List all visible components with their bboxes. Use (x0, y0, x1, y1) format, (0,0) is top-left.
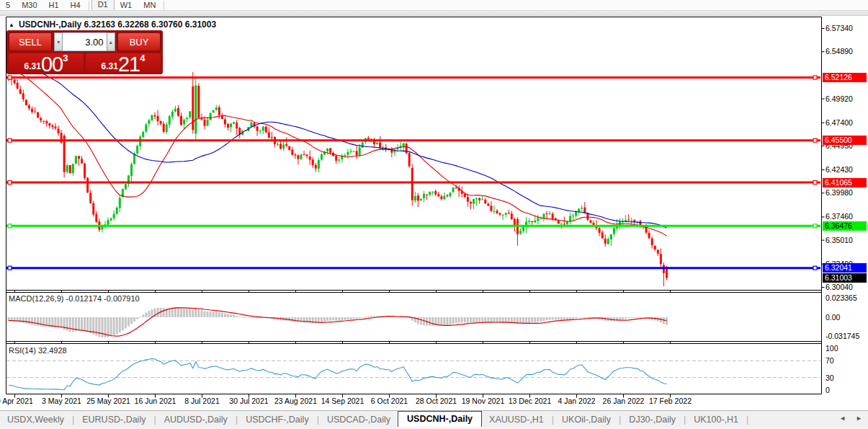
buy-price-button[interactable]: 6.31214 (86, 53, 161, 74)
level-price-label: 6.36476 (823, 221, 867, 231)
price-axis-tick: 6.35010 (826, 236, 853, 244)
date-axis-label: 3 May 2021 (37, 397, 87, 405)
volume-decrease-button[interactable]: ▼ (54, 32, 63, 51)
chart-tab-dj30-daily[interactable]: DJ30-,Daily (622, 412, 683, 428)
price-axis[interactable]: 6.573406.548906.499206.474006.449506.424… (822, 17, 868, 410)
rsi-axis-tick: 0 (826, 386, 830, 394)
chart-tab-usdcnh-daily[interactable]: USDCNH-,Daily (398, 411, 482, 428)
tab-divider: | (746, 415, 749, 428)
candlestick-series (8, 72, 668, 286)
macd-histogram (8, 307, 668, 337)
date-axis-label: 8 Jul 2021 (177, 397, 228, 405)
rsi-axis-tick: 70 (826, 356, 834, 365)
price-axis-tick: 6.39980 (826, 188, 853, 197)
chart-tab-ukoil-daily[interactable]: UKOil-,Daily (555, 412, 618, 428)
chart-tab-usdx-weekly[interactable]: USDX,Weekly (0, 412, 71, 428)
up-arrow-icon: ▲ (108, 40, 113, 45)
price-axis-tick: 6.57340 (826, 24, 853, 32)
chart-tab-audusd-daily[interactable]: AUDUSD-,Daily (157, 412, 235, 428)
date-axis-label: 30 Jul 2021 (224, 397, 274, 405)
line-end-marker[interactable] (813, 224, 817, 228)
chart-symbol-header: ▲ USDCNH-,Daily 6.32163 6.32268 6.30760 … (9, 19, 216, 30)
level-price-label: 6.41065 (823, 178, 867, 187)
date-tick-marks (15, 29, 825, 398)
volume-stepper: ▼ ▲ (54, 32, 115, 51)
line-end-marker[interactable] (813, 181, 817, 185)
one-click-trading-panel: SELL ▼ ▲ BUY 6.31003 6.31214 (6, 30, 163, 74)
macd-indicator-label: MACD(12,26,9) -0.012174 -0.007910 (9, 294, 140, 303)
tab-scroll-left-icon[interactable]: ◄ (839, 415, 846, 422)
chart-tab-bar: USDX,Weekly|EURUSD-,Daily|AUDUSD-,Daily|… (0, 410, 868, 428)
collapse-trade-panel-icon[interactable]: ▲ (9, 22, 14, 28)
rsi-axis-tick: 100 (826, 344, 838, 353)
price-axis-tick: 6.42430 (826, 165, 853, 174)
price-axis-tick: 6.49920 (826, 94, 853, 103)
price-axis-tick: 6.54890 (826, 47, 853, 56)
date-axis-label: 4 Jan 2022 (552, 397, 602, 405)
date-axis[interactable]: 9 Apr 20213 May 202125 May 202116 Jun 20… (0, 397, 822, 408)
date-axis-label: 28 Oct 2021 (411, 397, 462, 405)
chart-tab-usdchf-daily[interactable]: USDCHF-,Daily (238, 412, 316, 428)
line-end-marker[interactable] (813, 76, 817, 79)
sell-price-prefix: 6.31 (24, 61, 41, 71)
date-axis-label: 26 Jan 2022 (599, 397, 649, 405)
macd-axis-tick: 0.023365 (826, 293, 857, 302)
rsi-axis-tick: 30 (826, 373, 834, 382)
price-axis-tick: 6.30040 (826, 283, 853, 291)
symbol-ohlc-text: USDCNH-,Daily 6.32163 6.32268 6.30760 6.… (19, 19, 216, 30)
level-price-label: 6.32041 (823, 263, 867, 273)
buy-price-digits: 21 (118, 55, 140, 74)
level-price-label: 6.52126 (823, 73, 867, 82)
buy-price-prefix: 6.31 (102, 61, 118, 71)
date-axis-label: 19 Nov 2021 (458, 397, 509, 405)
line-end-marker[interactable] (8, 138, 12, 142)
date-axis-label: 14 Sep 2021 (318, 397, 368, 405)
date-axis-label: 9 Apr 2021 (0, 397, 40, 405)
volume-increase-button[interactable]: ▲ (107, 32, 115, 51)
price-axis-tick: 6.47400 (826, 118, 853, 127)
date-axis-label: 23 Aug 2021 (271, 397, 321, 405)
volume-input[interactable] (63, 32, 106, 51)
line-end-marker[interactable] (8, 76, 12, 79)
line-end-marker[interactable] (8, 181, 12, 185)
rsi-indicator-label: RSI(14) 32.4928 (9, 346, 67, 355)
ma-slow-line[interactable] (9, 59, 667, 228)
chart-tab-uk100-h1[interactable]: UK100-,H1 (686, 412, 746, 428)
price-axis-tick: 6.37460 (826, 212, 853, 221)
sell-price-button[interactable]: 6.31003 (9, 53, 84, 74)
line-end-marker[interactable] (813, 138, 817, 142)
current-price-label: 6.31003 (823, 273, 867, 283)
date-axis-label: 25 May 2021 (84, 397, 134, 405)
date-axis-label: 13 Dec 2021 (505, 397, 555, 405)
chart-tab-xauusd-h1[interactable]: XAUUSD-,H1 (482, 412, 551, 428)
macd-axis-tick: 0.00 (826, 313, 840, 322)
sell-price-pip: 3 (63, 53, 68, 63)
horizontal-level-lines (6, 76, 820, 270)
buy-button[interactable]: BUY (117, 32, 161, 51)
tab-scroll-right-icon[interactable]: ► (856, 415, 862, 422)
tab-scroll-buttons: ◄ ► (839, 415, 862, 422)
trading-platform-window: 5M30H1H4D1W1MN ▲ USDCNH-,Daily 6.32163 6… (0, 0, 868, 429)
sell-price-digits: 00 (41, 55, 63, 74)
date-axis-label: 6 Oct 2021 (364, 397, 415, 405)
sell-button[interactable]: SELL (9, 32, 52, 51)
line-end-marker[interactable] (813, 266, 817, 270)
down-arrow-icon: ▼ (56, 40, 61, 45)
macd-axis-tick: -0.031745 (826, 332, 859, 340)
buy-price-pip: 4 (140, 53, 145, 63)
chart-tab-eurusd-daily[interactable]: EURUSD-,Daily (75, 412, 153, 428)
level-price-label: 6.45500 (823, 136, 867, 145)
date-axis-label: 16 Jun 2021 (130, 397, 181, 405)
rsi-line (9, 358, 667, 389)
line-end-marker[interactable] (8, 266, 12, 270)
date-axis-label: 17 Feb 2022 (645, 397, 696, 405)
chart-tab-usdcad-daily[interactable]: USDCAD-,Daily (320, 412, 398, 428)
line-end-marker[interactable] (8, 224, 12, 228)
